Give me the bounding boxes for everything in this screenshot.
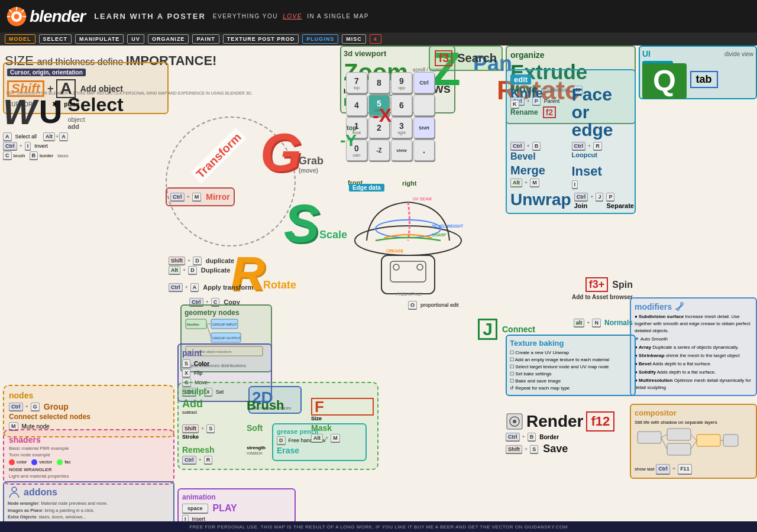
f3-key[interactable]: f3	[435, 50, 452, 66]
ctrl-key-inv[interactable]: Ctrl	[3, 142, 17, 150]
top-navigation-bar: MODEL SELECT MANIPULATE UV ORGANIZE PAIN…	[0, 33, 757, 46]
merge-cell: Merge Alt+M	[510, 164, 570, 190]
mute-text: Mute node	[22, 423, 50, 430]
ctrl-group[interactable]: Ctrl	[9, 403, 23, 411]
mirror-text: Mirror	[206, 192, 229, 202]
nav-manipulate[interactable]: MANIPULATE	[75, 34, 124, 44]
alt-mask[interactable]: Alt	[311, 434, 323, 442]
space-play[interactable]: space	[182, 504, 208, 513]
shift-stroke[interactable]: Shift	[182, 424, 199, 433]
apply-row: Ctrl+A Apply transform	[169, 283, 253, 291]
j-join[interactable]: J	[596, 193, 603, 201]
numpad-shift[interactable]: Shift	[413, 117, 435, 138]
f11-show[interactable]: F11	[678, 464, 692, 474]
b-bevel[interactable]: B	[532, 142, 541, 150]
svg-line-25	[661, 437, 667, 449]
geo-nodes-title: geometry nodes	[185, 309, 268, 317]
nav-organize[interactable]: ORGANIZE	[148, 34, 189, 44]
shift-dup[interactable]: Shift	[169, 257, 185, 265]
mod-shrink-desc: shrink the mesh to the target object	[666, 353, 740, 358]
ctrl-border-render[interactable]: Ctrl	[506, 433, 520, 441]
m-mirror[interactable]: M	[192, 193, 202, 201]
s-save[interactable]: S	[530, 445, 538, 453]
nav-misc[interactable]: MISC	[342, 34, 366, 44]
nav-uv[interactable]: UV	[127, 34, 144, 44]
ctrl-remesh[interactable]: Ctrl	[182, 456, 196, 464]
a-key[interactable]: A	[3, 132, 12, 141]
o-prop[interactable]: O	[408, 301, 417, 309]
q-favourites-button[interactable]: Q	[642, 63, 687, 99]
m-mask[interactable]: M	[331, 434, 340, 442]
tab-key[interactable]: tab	[690, 71, 718, 88]
nav-select[interactable]: SELECT	[39, 34, 72, 44]
numpad-ctrl[interactable]: Ctrl	[413, 72, 435, 93]
b-border-render[interactable]: B	[528, 433, 536, 441]
m-merge[interactable]: M	[530, 179, 539, 187]
ctrl-apply[interactable]: Ctrl	[169, 283, 183, 291]
ui-title: UI	[642, 49, 651, 59]
n-normals[interactable]: N	[592, 319, 601, 327]
ctrl-join[interactable]: Ctrl	[574, 193, 588, 201]
alt-dup2[interactable]: Alt	[169, 266, 180, 274]
color-text: Color	[194, 361, 209, 367]
select-big-w: W	[3, 95, 37, 130]
s-stroke-key[interactable]: S	[206, 424, 215, 433]
tex-s3-text: Select target texture node and UV map no…	[515, 364, 609, 369]
ctrl-show[interactable]: Ctrl	[656, 464, 670, 474]
i-inset[interactable]: I	[572, 180, 578, 189]
edit-bottom-row: Unwrap Ctrl+J Join P Separate	[510, 192, 631, 209]
j-key-connect[interactable]: J	[478, 319, 497, 340]
d-dup[interactable]: D	[193, 257, 202, 265]
swatch-color	[9, 459, 15, 465]
r-loop[interactable]: R	[593, 142, 602, 150]
shaders-title: shaders	[9, 435, 169, 445]
join-cell: Ctrl+J Join	[574, 192, 604, 209]
numpad-6[interactable]: 6	[391, 95, 412, 116]
numpad-dot[interactable]: .	[413, 140, 435, 161]
numpad-3[interactable]: 3right	[391, 117, 412, 138]
p-separate[interactable]: P	[606, 193, 614, 201]
alt-key-sa[interactable]: Alt	[43, 132, 55, 141]
c-key[interactable]: C	[3, 151, 12, 160]
nav-plugins[interactable]: PLUGINS	[302, 34, 338, 44]
loopcut-row: Ctrl+R	[572, 142, 632, 150]
loopcut-cell: Ctrl+R Loopcut	[572, 141, 632, 162]
s-paint[interactable]: S	[182, 359, 190, 368]
a-key-sa[interactable]: A	[59, 132, 68, 141]
f12-key[interactable]: f12	[586, 411, 614, 432]
duplicate2-text: Duplicate	[201, 267, 231, 274]
numpad-8[interactable]: 8	[368, 72, 390, 93]
ctrl-bevel[interactable]: Ctrl	[510, 142, 525, 150]
numpad-view[interactable]: view	[391, 140, 412, 161]
nav-texture[interactable]: TEXTURE POST PROD	[223, 34, 299, 44]
ctrl-loop[interactable]: Ctrl	[572, 142, 586, 150]
comp-show-last-row: show last Ctrl+F11	[635, 464, 752, 474]
numpad-4[interactable]: 4	[346, 95, 367, 116]
r-remesh[interactable]: R	[204, 456, 213, 464]
sculpt-stroke-cell: Shift+S Stroke	[182, 423, 245, 443]
d-dup2[interactable]: D	[188, 266, 197, 274]
g-group[interactable]: G	[31, 403, 40, 411]
nav-paint[interactable]: PAINT	[192, 34, 219, 44]
i-key-inv[interactable]: I	[25, 142, 31, 150]
ctrl-mirror[interactable]: Ctrl	[170, 193, 185, 201]
hat-illustration: UV SEAM BEVEL WEIGHT SHARP CREASE FREE S…	[349, 193, 467, 300]
a-apply[interactable]: A	[190, 283, 199, 291]
alt-merge[interactable]: Alt	[510, 179, 522, 187]
nav-model[interactable]: MODEL	[5, 34, 35, 44]
f3-spin[interactable]: f3+	[585, 277, 609, 292]
f-size-key[interactable]: F	[311, 398, 374, 416]
svg-text:CREASE: CREASE	[386, 249, 404, 253]
b-key[interactable]: B	[30, 151, 38, 160]
render-header: Render f12	[506, 411, 636, 432]
svg-point-31	[513, 420, 516, 423]
numpad-7[interactable]: 7top	[346, 72, 367, 93]
k-knife[interactable]: K	[510, 100, 519, 108]
mask-text: Mask	[311, 423, 374, 433]
shift-save[interactable]: Shift	[506, 445, 522, 453]
alt-normals[interactable]: alt	[574, 319, 585, 327]
numpad-9[interactable]: 9opp	[391, 72, 412, 93]
numpad-minus-z[interactable]: -Z	[368, 140, 390, 161]
x-flip[interactable]: X	[182, 369, 190, 377]
header-love: LOVE	[283, 13, 302, 20]
